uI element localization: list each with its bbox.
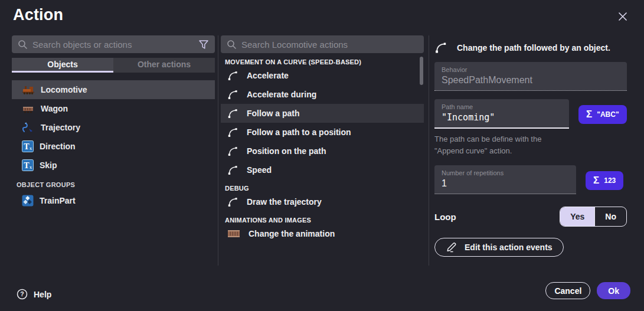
object-item-locomotive[interactable]: Locomotive <box>12 80 215 99</box>
curve-icon <box>227 197 238 208</box>
objects-panel: Objects Other actions Locomotive Wagon T… <box>12 35 215 210</box>
trajectory-icon <box>22 122 35 133</box>
path-name-field[interactable]: Path name "Incoming" <box>434 99 569 129</box>
action-item-position-on-the-path[interactable]: Position on the path <box>221 142 424 161</box>
curve-icon <box>227 70 238 81</box>
ok-button[interactable]: Ok <box>597 282 630 299</box>
object-item-trainpart[interactable]: TrainPart <box>12 191 215 210</box>
action-item-label: Change the animation <box>249 229 335 238</box>
panel-divider-left <box>218 35 218 266</box>
curve-icon <box>227 89 238 100</box>
curve-icon <box>227 146 238 157</box>
object-item-label: TrainPart <box>40 196 76 205</box>
action-item-label: Accelerate during <box>247 90 316 99</box>
section-header: MOVEMENT ON A CURVE (SPEED-BASED) <box>225 58 424 66</box>
object-item-label: Wagon <box>41 104 68 113</box>
loop-toggle-yes[interactable]: Yes <box>560 207 594 226</box>
object-tabs: Objects Other actions <box>12 58 215 73</box>
action-item-label: Speed <box>247 165 272 175</box>
svg-text:x: x <box>30 165 32 170</box>
loop-label: Loop <box>434 212 456 222</box>
expression-editor-button-123[interactable]: Σ 123 <box>586 171 623 190</box>
objects-search[interactable] <box>12 35 215 53</box>
action-item-label: Position on the path <box>247 146 326 156</box>
expression-editor-button-label: "ABC" <box>597 110 619 119</box>
curve-icon <box>434 41 447 54</box>
repetitions-field-label: Number of repetitions <box>442 169 569 176</box>
curve-icon <box>227 165 238 176</box>
object-item-wagon[interactable]: Wagon <box>12 99 215 118</box>
objects-search-input[interactable] <box>32 40 194 50</box>
repetitions-field[interactable]: Number of repetitions 1 <box>434 165 576 194</box>
behavior-field-value: SpeedPathMovement <box>442 75 620 86</box>
action-item-accelerate[interactable]: Accelerate <box>221 66 424 85</box>
path-name-field-value[interactable]: "Incoming" <box>442 112 562 123</box>
action-description: Change the path followed by an object. <box>457 43 610 53</box>
action-item-follow-a-path[interactable]: Follow a path <box>221 104 424 123</box>
svg-text:?: ? <box>20 290 24 297</box>
svg-text:T: T <box>24 161 30 170</box>
actions-search-input[interactable] <box>241 40 418 50</box>
sigma-icon: Σ <box>593 175 599 186</box>
close-icon[interactable] <box>616 9 630 24</box>
locomotive-icon <box>22 84 35 96</box>
object-item-label: Trajectory <box>41 123 80 132</box>
page-title: Action <box>13 6 63 24</box>
panel-divider-right <box>429 35 429 266</box>
path-name-helper-text: The path can be define with the "Append … <box>434 133 627 157</box>
curve-icon <box>227 127 238 138</box>
object-item-skip[interactable]: Tx Skip <box>12 156 215 175</box>
object-item-trajectory[interactable]: Trajectory <box>12 118 215 137</box>
object-groups-header: OBJECT GROUPS <box>17 181 215 188</box>
action-item-speed[interactable]: Speed <box>221 161 424 179</box>
action-description-row: Change the path followed by an object. <box>434 41 627 54</box>
sigma-icon: Σ <box>586 109 592 120</box>
svg-text:T: T <box>24 142 30 151</box>
tab-objects[interactable]: Objects <box>12 58 113 73</box>
section-header: DEBUG <box>225 185 424 192</box>
expression-editor-button-label: 123 <box>604 176 616 185</box>
filter-icon[interactable] <box>198 40 209 50</box>
action-item-change-the-animation[interactable]: Change the animation <box>221 224 424 243</box>
action-item-follow-a-path-to-a-position[interactable]: Follow a path to a position <box>221 123 424 142</box>
loop-toggle-no[interactable]: No <box>594 207 626 226</box>
help-icon: ? <box>17 289 28 300</box>
text-object-icon: Tx <box>22 140 34 152</box>
text-object-icon: Tx <box>22 159 34 171</box>
tab-other-actions[interactable]: Other actions <box>113 58 215 73</box>
search-icon <box>18 40 28 50</box>
actions-search[interactable] <box>221 35 424 53</box>
object-group-icon <box>22 195 34 207</box>
cancel-button[interactable]: Cancel <box>545 282 590 299</box>
behavior-field-label: Behavior <box>442 66 620 73</box>
repetitions-field-value[interactable]: 1 <box>442 178 569 189</box>
action-item-label: Follow a path <box>247 109 299 118</box>
wagon-icon <box>22 103 35 114</box>
action-config-panel: Change the path followed by an object. B… <box>434 35 627 257</box>
action-item-draw-the-trajectory[interactable]: Draw the trajectory <box>221 192 424 211</box>
loop-row: Loop Yes No <box>434 207 627 227</box>
loop-toggle: Yes No <box>560 207 627 227</box>
object-item-direction[interactable]: Tx Direction <box>12 137 215 156</box>
expression-editor-button-abc[interactable]: Σ "ABC" <box>578 105 627 124</box>
svg-text:x: x <box>30 146 32 151</box>
search-icon <box>227 40 237 50</box>
scrollbar-thumb[interactable] <box>420 57 423 85</box>
pencil-icon <box>446 242 457 253</box>
section-header: ANIMATIONS AND IMAGES <box>225 217 424 224</box>
object-item-label: Direction <box>40 142 76 151</box>
object-list: Locomotive Wagon Trajectory Tx Direction… <box>12 80 215 210</box>
action-item-label: Accelerate <box>247 71 289 80</box>
help-label: Help <box>34 290 51 299</box>
edit-action-events-label: Edit this action events <box>465 243 553 252</box>
object-item-label: Skip <box>40 161 57 170</box>
edit-action-events-button[interactable]: Edit this action events <box>434 238 564 257</box>
action-item-label: Draw the trajectory <box>247 197 322 207</box>
curve-icon <box>227 108 238 119</box>
action-item-accelerate-during[interactable]: Accelerate during <box>221 85 424 104</box>
path-name-field-label: Path name <box>442 103 562 110</box>
behavior-field: Behavior SpeedPathMovement <box>434 62 627 91</box>
help-link[interactable]: ? Help <box>17 289 51 300</box>
action-item-label: Follow a path to a position <box>247 127 351 137</box>
animation-icon <box>227 228 240 239</box>
